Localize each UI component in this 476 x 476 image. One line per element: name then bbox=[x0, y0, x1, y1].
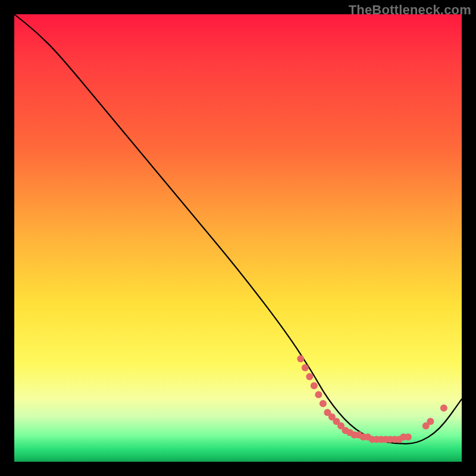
data-marker bbox=[311, 382, 318, 389]
data-marker bbox=[427, 418, 434, 425]
curve-line bbox=[14, 14, 462, 444]
data-marker bbox=[302, 364, 309, 371]
data-marker bbox=[440, 405, 447, 412]
data-marker bbox=[405, 434, 412, 441]
curve-svg bbox=[14, 14, 462, 462]
data-marker bbox=[315, 391, 322, 398]
data-marker bbox=[306, 373, 313, 380]
data-marker bbox=[320, 400, 327, 407]
data-marker bbox=[297, 355, 304, 362]
marker-group bbox=[297, 355, 447, 443]
chart-stage: TheBottleneck.com bbox=[0, 0, 476, 476]
plot-area bbox=[14, 14, 462, 462]
